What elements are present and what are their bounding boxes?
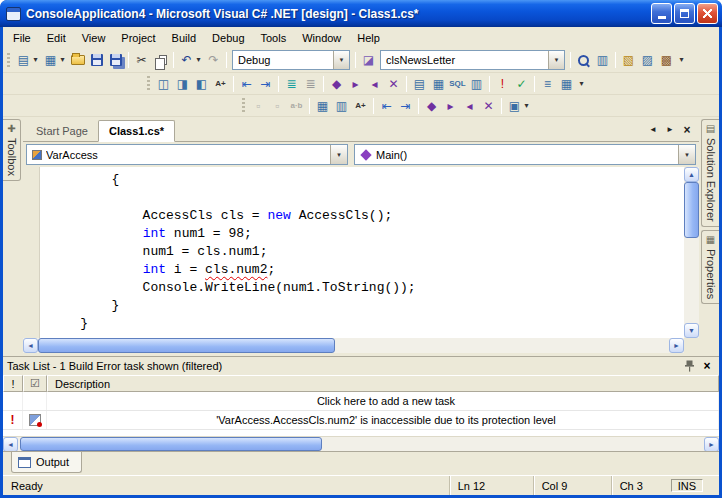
task-list-close-icon[interactable]: × xyxy=(699,359,715,374)
sort-ascending-icon[interactable]: A+ xyxy=(351,96,370,115)
menu-file[interactable]: File xyxy=(5,29,39,47)
group-by-icon[interactable]: ≡ xyxy=(538,74,557,93)
toolbox-tab[interactable]: ✚ Toolbox xyxy=(3,119,21,181)
column-view-icon[interactable]: ▥ xyxy=(332,96,351,115)
word-spacing-icon[interactable]: a·b xyxy=(287,96,306,115)
menu-help[interactable]: Help xyxy=(349,29,388,47)
comment-selection-icon[interactable]: ≣ xyxy=(282,74,301,93)
quick-info-icon[interactable]: ◧ xyxy=(192,74,211,93)
member-list-combo[interactable]: clsNewsLetter▼ xyxy=(380,50,565,70)
toolbar-gripper[interactable] xyxy=(242,98,245,113)
clear-bookmarks-icon[interactable]: ✕ xyxy=(384,74,403,93)
next-bookmark-icon[interactable]: ▸ xyxy=(441,96,460,115)
toolbar-options-icon[interactable]: ▾ xyxy=(576,74,587,93)
members-combo-dropdown-icon[interactable]: ▼ xyxy=(678,145,695,164)
task-scrollbar-track[interactable] xyxy=(18,437,704,451)
priority-column-header[interactable]: ! xyxy=(3,375,23,392)
menu-debug[interactable]: Debug xyxy=(204,29,252,47)
code-line[interactable]: Console.WriteLine(num1.ToString()); xyxy=(49,279,684,297)
members-combo[interactable]: Main() ▼ xyxy=(354,144,696,165)
show-grid-pane-icon[interactable]: ▦ xyxy=(429,74,448,93)
toggle-bookmark-icon[interactable]: ◆ xyxy=(327,74,346,93)
table-view-icon[interactable]: ▦ xyxy=(313,96,332,115)
vertical-scrollbar-thumb[interactable] xyxy=(684,182,699,238)
code-editor[interactable]: { AccessCls cls = new AccessCls(); int n… xyxy=(23,167,699,353)
task-list-scrollbar[interactable]: ◄ ► xyxy=(3,436,719,451)
code-line[interactable]: num1 = cls.num1; xyxy=(49,243,684,261)
code-area[interactable]: { AccessCls cls = new AccessCls(); int n… xyxy=(41,167,684,338)
navigate-symbol-icon[interactable]: ◪ xyxy=(359,51,378,70)
complete-word-icon[interactable]: A+ xyxy=(211,74,230,93)
clear-bookmarks-icon[interactable]: ✕ xyxy=(479,96,498,115)
types-combo[interactable]: VarAccess ▼ xyxy=(26,144,348,165)
tab-output[interactable]: Output xyxy=(11,452,82,473)
types-combo-dropdown-icon[interactable]: ▼ xyxy=(330,145,347,164)
horizontal-scrollbar-thumb[interactable] xyxy=(38,338,335,353)
verify-sql-syntax-icon[interactable]: ✓ xyxy=(512,74,531,93)
task-scroll-left-icon[interactable]: ◄ xyxy=(3,437,18,452)
show-results-pane-icon[interactable]: ▥ xyxy=(467,74,486,93)
editor-margin[interactable] xyxy=(23,167,40,338)
increase-indent-icon[interactable]: ⇥ xyxy=(256,74,275,93)
minimize-button[interactable] xyxy=(651,3,672,24)
toolbar-gripper[interactable] xyxy=(7,53,10,68)
delete-row-icon[interactable]: ▫ xyxy=(268,96,287,115)
menu-build[interactable]: Build xyxy=(164,29,204,47)
description-column-header[interactable]: Description xyxy=(47,375,719,392)
member-list-combo-dropdown-icon[interactable]: ▼ xyxy=(548,51,564,69)
properties-window-icon[interactable]: ▨ xyxy=(638,51,657,70)
toolbar-options-icon[interactable]: ▾ xyxy=(676,51,687,70)
solution-configurations-combo-dropdown-icon[interactable]: ▼ xyxy=(333,51,349,69)
close-button[interactable] xyxy=(697,3,718,24)
run-query-icon[interactable]: ! xyxy=(493,74,512,93)
tab-start-page[interactable]: Start Page xyxy=(26,121,98,141)
solution-configurations-combo[interactable]: Debug▼ xyxy=(232,50,350,70)
code-line[interactable]: } xyxy=(49,315,684,333)
parameter-info-icon[interactable]: ◨ xyxy=(173,74,192,93)
close-document-icon[interactable]: × xyxy=(680,123,694,136)
task-scroll-right-icon[interactable]: ► xyxy=(704,437,719,452)
save-all-icon[interactable] xyxy=(106,51,125,70)
task-description-cell[interactable]: Click here to add a new task xyxy=(47,392,719,410)
new-project-dropdown-icon[interactable]: ▾ xyxy=(30,51,41,70)
add-new-item-dropdown-icon[interactable]: ▾ xyxy=(57,51,68,70)
code-line[interactable]: int num1 = 98; xyxy=(49,225,684,243)
task-row[interactable]: Click here to add a new task xyxy=(3,392,719,411)
decrease-indent-icon[interactable]: ⇤ xyxy=(237,74,256,93)
menu-project[interactable]: Project xyxy=(113,29,163,47)
add-table-icon[interactable]: ▦ xyxy=(557,74,576,93)
code-line[interactable]: { xyxy=(49,171,684,189)
find-icon[interactable] xyxy=(574,51,593,70)
maximize-button[interactable] xyxy=(674,3,695,24)
solution-explorer-icon[interactable]: ▧ xyxy=(619,51,638,70)
copy-icon[interactable] xyxy=(151,51,170,70)
horizontal-scrollbar[interactable]: ◄ ► xyxy=(23,338,684,353)
insert-row-icon[interactable]: ▫ xyxy=(249,96,268,115)
task-description-cell[interactable]: 'VarAccess.AccessCls.num2' is inaccessib… xyxy=(47,411,719,429)
horizontal-scrollbar-track[interactable] xyxy=(38,338,669,353)
show-sql-pane-icon[interactable]: SQL xyxy=(448,74,467,93)
command-window-icon[interactable]: ▥ xyxy=(593,51,612,70)
title-bar[interactable]: ConsoleApplication4 - Microsoft Visual C… xyxy=(0,0,722,27)
next-bookmark-icon[interactable]: ▸ xyxy=(346,74,365,93)
scroll-left-icon[interactable]: ◄ xyxy=(23,338,38,353)
scroll-documents-left-icon[interactable]: ◄ xyxy=(646,123,660,136)
increase-indent-icon[interactable]: ⇥ xyxy=(396,96,415,115)
scroll-right-icon[interactable]: ► xyxy=(669,338,684,353)
scroll-documents-right-icon[interactable]: ► xyxy=(663,123,677,136)
cut-icon[interactable]: ✂ xyxy=(132,51,151,70)
checkbox-column-header[interactable]: ☑ xyxy=(23,375,47,392)
menu-window[interactable]: Window xyxy=(294,29,349,47)
vertical-scrollbar[interactable]: ▲ ▼ xyxy=(684,167,699,338)
uncomment-selection-icon[interactable]: ≣ xyxy=(301,74,320,93)
toolbar-gripper[interactable] xyxy=(147,76,150,91)
code-line[interactable]: int i = cls.num2; xyxy=(49,261,684,279)
task-row[interactable]: !'VarAccess.AccessCls.num2' is inaccessi… xyxy=(3,411,719,430)
menu-tools[interactable]: Tools xyxy=(253,29,295,47)
decrease-indent-icon[interactable]: ⇤ xyxy=(377,96,396,115)
scroll-down-icon[interactable]: ▼ xyxy=(684,323,699,338)
undo-dropdown-icon[interactable]: ▾ xyxy=(193,51,204,70)
pin-icon[interactable] xyxy=(681,359,697,374)
toolbox-tools-icon[interactable]: ▩ xyxy=(657,51,676,70)
tab-class1-cs[interactable]: Class1.cs* xyxy=(98,120,175,142)
